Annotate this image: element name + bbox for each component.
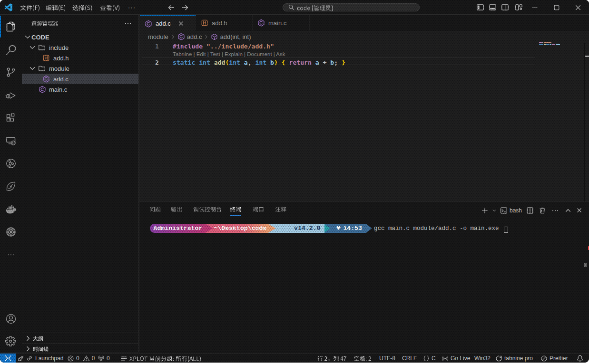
code-line-1: #include "../include/add.h" [173, 43, 274, 50]
activity-explorer[interactable] [5, 21, 17, 32]
activity-git-graph[interactable] [5, 158, 17, 169]
status-eol[interactable]: CRLF [402, 354, 417, 363]
activity-source-control[interactable] [5, 67, 17, 78]
toggle-secondary-sidebar-icon[interactable] [499, 0, 510, 15]
chevron-right-icon [170, 34, 176, 40]
window-minimize-button[interactable] [524, 0, 546, 15]
h-file-icon [42, 54, 50, 62]
remote-indicator[interactable] [0, 354, 16, 363]
activity-kubernetes[interactable] [5, 226, 17, 238]
split-terminal-icon[interactable] [526, 202, 534, 219]
menu-edit[interactable] [46, 0, 66, 15]
status-launchpad[interactable]: Launchpad [17, 354, 63, 363]
tree-item-main-c[interactable]: main.c [22, 84, 138, 95]
breadcrumb-item-file[interactable]: add.c [187, 33, 202, 40]
panel-more-actions-icon[interactable] [551, 202, 559, 219]
error-icon [67, 355, 74, 362]
terminal-shell-label[interactable]: bash [510, 202, 522, 219]
breadcrumb: moduleadd.cadd(int, int) [140, 31, 589, 42]
tree-item-add-h[interactable]: add.h [22, 53, 138, 63]
activity-extensions[interactable] [5, 112, 17, 124]
window-close-button[interactable] [567, 0, 589, 15]
explorer-more-actions-icon[interactable] [124, 19, 132, 27]
menu-file[interactable] [20, 0, 40, 15]
outline-section[interactable] [22, 333, 138, 343]
status-prettier[interactable]: Prettier [540, 354, 568, 363]
menu-view[interactable] [100, 0, 120, 15]
activity-docker[interactable] [5, 203, 17, 215]
status-cursor-position[interactable] [317, 354, 346, 363]
terminal-picker-chevron-icon[interactable] [491, 202, 497, 219]
files-icon [5, 21, 17, 32]
line-number-current: 2 [140, 59, 159, 66]
overview-ruler-cursor [585, 56, 589, 57]
terminal[interactable]: Administrator ~\Desktop\code v14.2.0 ♥14… [139, 219, 589, 353]
tree-item-include[interactable]: include [22, 42, 138, 53]
status-ports[interactable]: 0 [98, 354, 110, 363]
search-icon [288, 4, 295, 11]
method-icon [211, 33, 218, 40]
status-win32[interactable]: Win32 [474, 354, 491, 363]
status-language-mode[interactable]: C [423, 354, 436, 363]
tree-item-add-c[interactable]: add.c [22, 74, 138, 84]
tab-label: main.c [268, 19, 286, 27]
nav-forward-icon[interactable] [181, 4, 189, 11]
toggle-panel-icon[interactable] [487, 0, 498, 15]
activity-run-debug[interactable] [5, 89, 17, 101]
menu-more[interactable]: ··· [128, 0, 136, 15]
activity-search[interactable] [5, 44, 17, 55]
code-editor[interactable]: 1 #include "../include/add.h" Tabnine | … [140, 42, 589, 201]
minimap[interactable] [539, 42, 589, 45]
activity-accounts[interactable] [5, 313, 17, 325]
tree-item-module[interactable]: module [22, 63, 138, 74]
status-problems[interactable]: 00 [67, 354, 95, 363]
status-indentation[interactable] [354, 354, 372, 363]
status-tabnine[interactable]: tabnine pro [495, 354, 533, 363]
breadcrumb-item-symbol[interactable]: add(int, int) [220, 33, 251, 40]
tab-main-c[interactable]: main.c [253, 15, 310, 31]
remote-explorer-icon [5, 135, 17, 146]
braces-icon [423, 355, 430, 362]
terminal-overview-mark-gray [584, 263, 587, 267]
status-go-live[interactable]: Go Live [442, 354, 470, 363]
menu-select[interactable] [72, 0, 93, 15]
line-number: 1 [140, 43, 159, 50]
prettier-icon [540, 355, 548, 362]
command-center-search[interactable] [283, 3, 420, 11]
activity-bar [0, 15, 22, 352]
tree-item-code[interactable]: CODE [22, 32, 138, 42]
activity-remote-explorer[interactable] [5, 135, 17, 146]
source-control-icon [5, 67, 17, 78]
extensions-icon [5, 112, 17, 124]
timeline-section[interactable] [22, 343, 138, 354]
breadcrumb-item-module[interactable]: module [148, 33, 168, 40]
status-encoding[interactable]: UTF-8 [379, 354, 395, 363]
new-terminal-icon[interactable] [481, 202, 489, 219]
maximize-panel-icon[interactable] [564, 202, 572, 219]
make-tools-icon [5, 181, 17, 192]
tab-add-c[interactable]: add.c [140, 15, 196, 31]
activity-make-tools[interactable] [5, 181, 17, 192]
customize-layout-icon[interactable] [513, 0, 524, 15]
nav-back-icon[interactable] [167, 4, 175, 11]
kill-terminal-icon[interactable] [539, 202, 546, 219]
status-notifications[interactable] [576, 354, 584, 363]
tab-label: add.c [156, 20, 171, 27]
close-panel-icon[interactable] [576, 202, 583, 219]
error-count: 0 [76, 355, 79, 362]
toggle-sidebar-icon[interactable] [474, 0, 486, 15]
window-maximize-button[interactable] [546, 0, 568, 15]
folder-icon [38, 44, 46, 51]
broadcast-icon [442, 355, 449, 362]
status-xplot[interactable] [120, 354, 201, 363]
terminal-cursor [504, 227, 508, 233]
activity-more[interactable] [7, 251, 15, 259]
tree-label: CODE [31, 34, 49, 41]
activity-settings[interactable] [5, 336, 17, 347]
chevron-down-icon [24, 33, 31, 41]
terminal-bash-icon[interactable] [500, 202, 508, 219]
tab-add-h[interactable]: add.h [196, 15, 253, 31]
codelens[interactable]: Tabnine | Edit | Test | Explain | Docume… [173, 51, 285, 57]
prompt-version: v14.2.0 [276, 224, 324, 233]
tab-close-icon[interactable] [177, 20, 185, 27]
